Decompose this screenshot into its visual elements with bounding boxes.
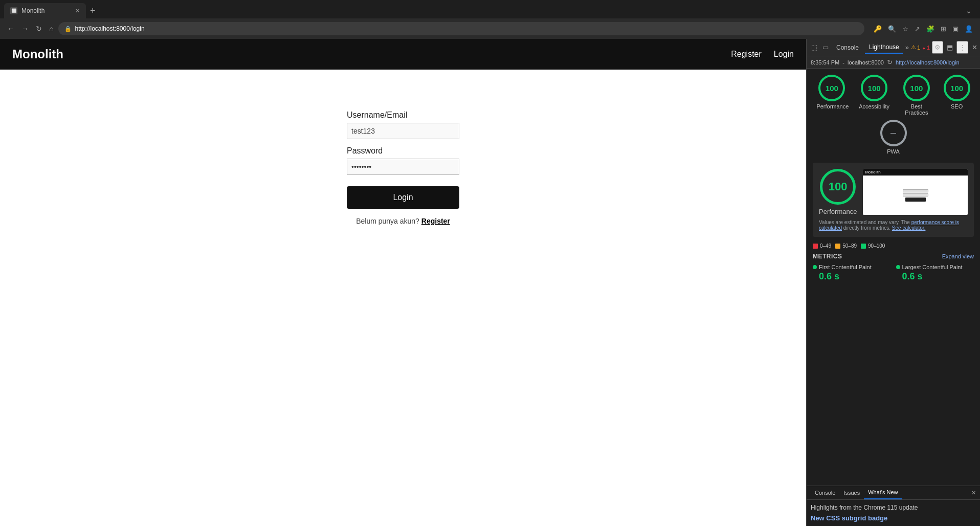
metrics-section: METRICS Expand view First Contentful Pai… xyxy=(813,253,974,282)
new-css-subgrid: New CSS subgrid badge xyxy=(811,514,976,522)
big-score-circle: 100 xyxy=(820,169,856,205)
performance-note-text: Values are estimated and may vary. The xyxy=(819,220,910,225)
fcp-metric: First Contentful Paint 0.6 s xyxy=(813,264,891,282)
reload-button[interactable]: ↻ xyxy=(34,23,44,35)
tab-close-button[interactable]: ✕ xyxy=(75,8,80,14)
warning-icon: ⚠ xyxy=(911,44,916,51)
console-bottom-tab[interactable]: Console xyxy=(811,487,839,499)
legend-average-dot xyxy=(835,244,840,249)
inspect-element-button[interactable]: ⬚ xyxy=(810,42,819,53)
accessibility-score-circle: 100 xyxy=(861,75,887,101)
performance-note-metrics: metrics. xyxy=(873,225,892,231)
password-input[interactable] xyxy=(347,159,459,175)
warning-count: 1 xyxy=(917,45,920,51)
see-calculator-link[interactable]: See calculator. xyxy=(892,225,926,231)
screenshot-header: Monolith xyxy=(863,169,968,176)
legend-pass: 90–100 xyxy=(861,243,885,249)
fcp-metric-header: First Contentful Paint xyxy=(813,264,891,270)
whats-new-tab[interactable]: What's New xyxy=(864,486,902,499)
performance-top: 100 Performance Monolith xyxy=(819,169,968,215)
legend-pass-dot xyxy=(861,244,866,249)
address-bar: ← → ↻ ⌂ 🔒 http://localhost:8000/login 🔑 … xyxy=(0,18,980,39)
browser-chrome: 🔲 Monolith ✕ + ⌄ ← → ↻ ⌂ 🔒 http://localh… xyxy=(0,0,980,39)
new-tab-button[interactable]: + xyxy=(88,4,98,18)
back-button[interactable]: ← xyxy=(5,23,16,35)
devtools-panel: ⬚ ▭ Console Lighthouse » ⚠ 1 ⬥ 1 ⚙ ⬒ ⋮ ✕ xyxy=(806,39,980,526)
username-label: Username/Email xyxy=(347,111,407,120)
console-tab[interactable]: Console xyxy=(832,42,863,53)
seo-score-value: 100 xyxy=(950,84,963,93)
tab-grid-icon[interactable]: ⊞ xyxy=(939,23,948,35)
legend-average-label: 50–89 xyxy=(842,243,857,249)
performance-note-text2: directly from xyxy=(843,225,871,231)
lighthouse-panel-body: 100 Performance 100 Accessibility 100 Be… xyxy=(807,69,980,486)
lighthouse-scores: 100 Performance 100 Accessibility 100 Be… xyxy=(813,75,974,155)
performance-detail-section: 100 Performance Monolith xyxy=(813,163,974,237)
bottom-tabs: Console Issues What's New ✕ xyxy=(807,486,980,500)
fcp-dot xyxy=(813,265,817,269)
devtools-more-options[interactable]: ⋮ xyxy=(956,41,968,54)
undock-button[interactable]: ⬒ xyxy=(945,42,954,53)
best-practices-score-circle: 100 xyxy=(903,75,930,101)
lighthouse-tab[interactable]: Lighthouse xyxy=(865,41,903,54)
screenshot-input-2 xyxy=(903,193,928,196)
register-prompt: Belum punya akun? Register xyxy=(356,217,450,225)
legend-fail-label: 0–49 xyxy=(820,243,831,249)
fcp-value: 0.6 s xyxy=(813,271,891,282)
login-nav-link[interactable]: Login xyxy=(774,50,794,59)
tab-overflow-button[interactable]: ⌄ xyxy=(962,5,976,17)
extensions-puzzle-icon[interactable]: 🧩 xyxy=(924,23,937,35)
devtools-host: - xyxy=(842,59,844,65)
best-practices-score-label: Best Practices xyxy=(901,103,932,116)
star-icon[interactable]: ☆ xyxy=(900,23,910,35)
accessibility-score-item: 100 Accessibility xyxy=(859,75,889,116)
issues-bottom-tab[interactable]: Issues xyxy=(839,487,864,499)
url-text: http://localhost:8000/login xyxy=(75,25,144,32)
sidebar-icon[interactable]: ▣ xyxy=(950,23,961,35)
seo-score-item: 100 SEO xyxy=(944,75,970,116)
legend-average: 50–89 xyxy=(835,243,857,249)
warning-badge: ⚠ 1 xyxy=(911,44,920,51)
devtools-settings-button[interactable]: ⚙ xyxy=(932,41,943,54)
performance-note: Values are estimated and may vary. The p… xyxy=(819,220,968,231)
performance-score-label: Performance xyxy=(816,103,847,109)
login-button[interactable]: Login xyxy=(347,186,459,209)
profile-avatar[interactable]: 👤 xyxy=(963,23,975,35)
active-tab[interactable]: 🔲 Monolith ✕ xyxy=(4,3,86,18)
screenshot-input-1 xyxy=(903,189,928,192)
tab-favicon: 🔲 xyxy=(10,7,17,14)
extension-key-icon[interactable]: 🔑 xyxy=(872,23,884,35)
home-button[interactable]: ⌂ xyxy=(47,23,55,35)
screenshot-form xyxy=(903,189,928,202)
devtools-url-refresh[interactable]: ↻ xyxy=(887,58,893,66)
devtools-url-bar: 8:35:54 PM - localhost:8000 ↻ http://loc… xyxy=(807,56,980,69)
more-tabs-button[interactable]: » xyxy=(905,43,909,51)
register-prompt-text: Belum punya akun? xyxy=(356,217,419,225)
screenshot-button xyxy=(905,198,926,202)
pwa-score-item: — PWA xyxy=(880,120,907,155)
expand-view-button[interactable]: Expand view xyxy=(942,253,974,259)
url-input[interactable]: 🔒 http://localhost:8000/login xyxy=(58,22,864,35)
metrics-title: METRICS xyxy=(813,253,842,260)
bottom-panel-close[interactable]: ✕ xyxy=(971,490,976,496)
tab-title: Monolith xyxy=(21,7,44,14)
performance-score-circle: 100 xyxy=(818,75,845,101)
zoom-icon[interactable]: 🔍 xyxy=(886,23,898,35)
register-link[interactable]: Register xyxy=(421,217,450,225)
devtools-close-button[interactable]: ✕ xyxy=(970,42,979,53)
forward-button[interactable]: → xyxy=(19,23,31,35)
username-input[interactable] xyxy=(347,123,459,139)
webpage-body: Username/Email Password Login Belum puny… xyxy=(0,70,806,526)
screenshot-site-title: Monolith xyxy=(865,170,880,174)
share-icon[interactable]: ↗ xyxy=(912,23,922,35)
devtools-toolbar: ⬚ ▭ Console Lighthouse » ⚠ 1 ⬥ 1 ⚙ ⬒ ⋮ ✕ xyxy=(807,39,980,56)
chrome-update-highlight: Highlights from the Chrome 115 update xyxy=(811,504,976,511)
device-toggle-button[interactable]: ▭ xyxy=(821,42,830,53)
lcp-metric: Largest Contentful Paint 0.6 s xyxy=(896,264,974,282)
metrics-grid: First Contentful Paint 0.6 s Largest Con… xyxy=(813,264,974,282)
accessibility-score-label: Accessibility xyxy=(859,103,889,109)
pwa-score-label: PWA xyxy=(887,148,900,155)
webpage: Monolith Register Login Username/Email P… xyxy=(0,39,806,526)
register-nav-link[interactable]: Register xyxy=(731,50,762,59)
best-practices-score-item: 100 Best Practices xyxy=(901,75,932,116)
